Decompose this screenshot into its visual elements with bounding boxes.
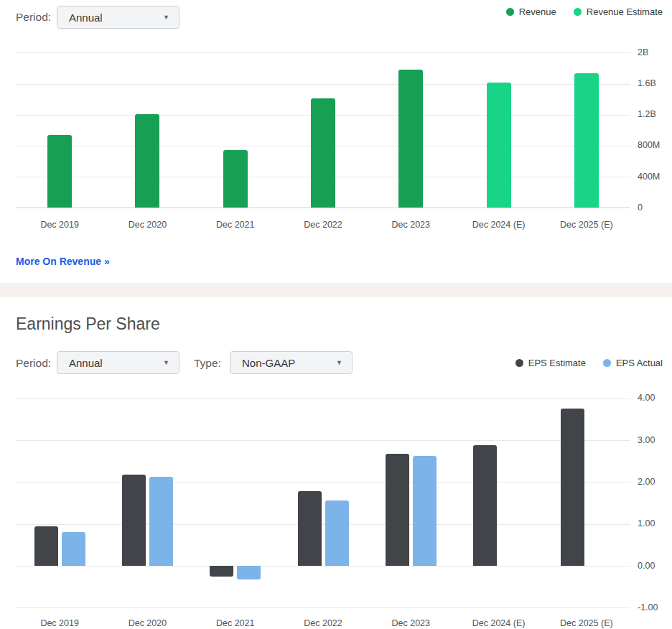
y-axis-tick-label: 1.6B [638,78,656,88]
revenue-estimate-bar [574,73,599,208]
eps-period-label: Period: [16,357,51,370]
y-axis-tick-label: 0.00 [638,561,655,571]
y-axis-tick-label: 400M [638,172,660,182]
y-axis-tick-label: 2.00 [638,477,655,487]
revenue-bar [47,135,72,208]
gridline [16,208,630,208]
revenue-bar [311,98,335,208]
gridline [16,524,630,525]
eps-type-dropdown-value: Non-GAAP [242,357,336,369]
x-axis-tick-label: Dec 2022 [279,618,367,628]
revenue-bar [223,150,248,208]
x-axis-tick-label: Dec 2021 [192,618,279,628]
eps-period-dropdown[interactable]: Annual ▼ [57,351,179,374]
eps-actual-bar [62,532,85,566]
x-axis-tick-label: Dec 2021 [192,220,279,230]
eps-estimate-bar [561,409,584,566]
chevron-down-icon: ▼ [336,359,342,366]
x-axis-tick-label: Dec 2020 [103,618,191,628]
x-axis-tick-label: Dec 2024 (E) [455,618,543,628]
x-axis-tick-label: Dec 2019 [16,618,103,628]
more-on-revenue-link[interactable]: More On Revenue » [16,256,110,267]
y-axis-tick-label: 1.00 [638,518,655,528]
legend-item: Revenue Estimate [574,6,663,17]
x-axis-tick-label: Dec 2020 [103,220,191,230]
y-axis-tick-label: 3.00 [638,435,655,445]
eps-estimate-bar [210,566,233,577]
eps-estimate-bar [298,491,322,566]
y-axis-tick-label: -1.00 [638,602,658,612]
eps-chart: -1.000.001.002.003.004.00Dec 2019Dec 202… [0,388,672,629]
eps-actual-bar [237,566,261,579]
eps-legend: EPS EstimateEPS Actual [515,357,663,368]
legend-item: Revenue [506,6,556,17]
eps-actual-bar [413,456,437,566]
eps-estimate-bar [122,475,146,566]
legend-label: EPS Actual [616,358,663,368]
gridline [16,482,630,483]
eps-type-label: Type: [194,357,221,370]
x-axis-tick-label: Dec 2025 (E) [543,618,630,628]
x-axis-tick-label: Dec 2024 (E) [455,220,543,230]
eps-estimate-bar [473,445,497,566]
legend-dot-icon [603,359,611,367]
eps-actual-bar [325,500,349,566]
x-axis-tick-label: Dec 2025 (E) [543,220,630,230]
legend-label: EPS Estimate [528,358,586,368]
gridline [16,399,630,399]
legend-label: Revenue Estimate [587,6,663,17]
period-dropdown[interactable]: Annual ▼ [57,6,179,29]
revenue-bar [398,70,423,208]
y-axis-tick-label: 2B [638,47,648,57]
period-label: Period: [16,11,51,24]
revenue-bar [135,114,159,208]
eps-actual-bar [149,477,173,566]
legend-dot-icon [515,359,523,367]
revenue-legend: RevenueRevenue Estimate [506,6,663,17]
page: Period: Annual ▼ RevenueRevenue Estimate… [0,0,672,629]
gridline [16,52,630,53]
legend-label: Revenue [519,6,556,17]
eps-type-dropdown[interactable]: Non-GAAP ▼ [230,351,353,374]
x-axis-tick-label: Dec 2023 [367,220,454,230]
eps-estimate-bar [386,454,409,566]
section-divider [0,283,672,297]
legend-item: EPS Actual [603,358,663,368]
gridline [16,440,630,441]
gridline [16,566,630,567]
x-axis-tick-label: Dec 2023 [367,618,454,628]
eps-estimate-bar [34,526,58,566]
gridline [16,607,630,608]
chevron-down-icon: ▼ [163,359,169,366]
legend-dot-icon [574,8,582,16]
y-axis-tick-label: 1.2B [638,109,656,119]
period-dropdown-value: Annual [69,11,163,24]
eps-section-title: Earnings Per Share [16,314,160,334]
y-axis-tick-label: 4.00 [638,393,655,403]
y-axis-tick-label: 800M [638,140,660,150]
gridline [16,84,630,85]
legend-dot-icon [506,8,514,16]
y-axis-tick-label: 0 [638,202,643,213]
legend-item: EPS Estimate [515,358,586,368]
x-axis-tick-label: Dec 2022 [279,220,367,230]
eps-period-dropdown-value: Annual [69,357,163,369]
revenue-chart: 0400M800M1.2B1.6B2BDec 2019Dec 2020Dec 2… [0,43,672,244]
revenue-estimate-bar [487,83,511,208]
chevron-down-icon: ▼ [163,14,169,21]
x-axis-tick-label: Dec 2019 [16,220,103,230]
